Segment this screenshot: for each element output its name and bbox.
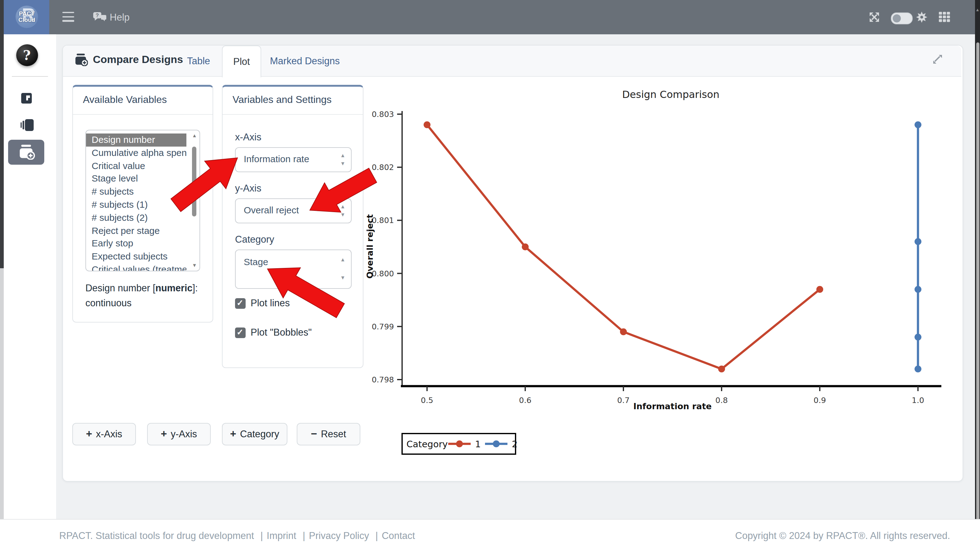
list-item[interactable]: Expected subjects: [86, 250, 186, 263]
plot-bobbles-checkbox[interactable]: [235, 327, 246, 338]
add-x-axis-button[interactable]: +x-Axis: [72, 423, 136, 445]
app-logo[interactable]: R PACT Cloud: [4, 0, 49, 35]
svg-text:0.803: 0.803: [372, 110, 394, 119]
question-avatar-icon[interactable]: ?: [16, 44, 38, 66]
svg-text:0.9: 0.9: [813, 396, 826, 405]
footer-link-privacy[interactable]: Privacy Policy: [309, 530, 369, 541]
spinner-down-icon[interactable]: ▼: [340, 212, 345, 218]
list-item[interactable]: Critical values (treatment effect scale): [86, 263, 186, 271]
left-edge-strip-lower: [0, 268, 4, 553]
y-axis-label: y-Axis: [235, 183, 261, 194]
app-page: R PACT Cloud ? Help: [0, 0, 980, 553]
tab-table[interactable]: Table: [187, 46, 210, 76]
sidebar-divider: [12, 76, 48, 77]
compare-designs-icon: [74, 54, 88, 66]
browser-scrollbar[interactable]: ▲ ▼: [975, 0, 980, 553]
plot-bobbles-row: Plot "Bobbles": [235, 327, 312, 338]
sidebar-item-designs[interactable]: [21, 93, 32, 104]
available-variables-title: Available Variables: [83, 94, 167, 105]
panel-divider: [73, 114, 213, 115]
svg-text:Design Comparison: Design Comparison: [622, 89, 719, 100]
sidebar-item-cards[interactable]: [21, 119, 33, 131]
menu-hamburger-icon[interactable]: [62, 12, 74, 22]
category-label: Category: [235, 234, 274, 245]
pact-cloud-logo-icon: R PACT Cloud: [16, 6, 38, 28]
plot-bobbles-label: Plot "Bobbles": [251, 327, 312, 338]
settings-sun-icon[interactable]: [916, 11, 928, 23]
spinner-up-icon[interactable]: ▲: [340, 153, 345, 158]
design-comparison-chart: Design Comparison0.8030.8020.8010.8000.7…: [367, 81, 959, 462]
svg-text:Information rate: Information rate: [633, 402, 712, 411]
theme-toggle-switch[interactable]: [891, 13, 913, 24]
spinner-up-icon[interactable]: ▲: [340, 257, 345, 263]
footer-left: RPACT. Statistical tools for drug develo…: [59, 530, 415, 542]
scroll-down-icon[interactable]: ▼: [191, 263, 197, 268]
fullscreen-arrows-icon[interactable]: [869, 12, 880, 22]
svg-text:1: 1: [475, 439, 480, 449]
scroll-up-icon[interactable]: ▲: [191, 133, 197, 139]
panel-divider: [223, 114, 363, 115]
list-item[interactable]: Design number: [86, 134, 186, 147]
svg-text:2: 2: [512, 439, 517, 449]
card-title-block: Compare Designs: [74, 54, 183, 66]
list-item[interactable]: Cumulative alpha spend: [86, 147, 186, 160]
plot-lines-checkbox[interactable]: [235, 298, 246, 309]
footer-link-contact[interactable]: Contact: [382, 530, 415, 541]
svg-text:1.0: 1.0: [912, 396, 924, 405]
variables-settings-title: Variables and Settings: [232, 94, 332, 105]
grid-table-icon[interactable]: [939, 12, 951, 22]
svg-text:0.8: 0.8: [715, 396, 728, 405]
logo-line2: Cloud: [18, 17, 35, 23]
footer-copyright: Copyright © 2024 by RPACT®. All rights r…: [735, 530, 950, 542]
x-axis-select[interactable]: Information rate ▲ ▼: [235, 147, 352, 172]
footer-brand: RPACT. Statistical tools for drug develo…: [59, 530, 254, 541]
listbox-scrollbar-thumb[interactable]: [192, 147, 196, 217]
listbox-scrollbar[interactable]: ▲ ▼: [191, 133, 197, 268]
variable-description: Design number [numeric]: continuous: [85, 281, 210, 310]
list-item[interactable]: Reject per stage: [86, 224, 186, 237]
svg-text:0.5: 0.5: [421, 396, 433, 405]
spinner-down-icon[interactable]: ▼: [340, 275, 345, 281]
help-chat-icon: ?: [93, 11, 107, 23]
variables-settings-panel: Variables and Settings x-Axis Informatio…: [222, 85, 363, 368]
svg-text:0.7: 0.7: [617, 396, 630, 405]
list-item[interactable]: # subjects (1): [86, 198, 186, 212]
svg-text:?: ?: [96, 12, 99, 18]
svg-text:0.802: 0.802: [372, 163, 394, 172]
scrollbar-thumb[interactable]: [976, 42, 979, 530]
tab-plot[interactable]: Plot: [222, 46, 261, 77]
scroll-up-icon[interactable]: ▲: [975, 8, 980, 13]
footer: RPACT. Statistical tools for drug develo…: [0, 519, 980, 553]
list-item[interactable]: Critical value: [86, 159, 186, 172]
help-button[interactable]: ? Help: [93, 11, 130, 24]
plot-lines-row: Plot lines: [235, 298, 290, 309]
list-item[interactable]: Early stop: [86, 237, 186, 250]
spinner-down-icon[interactable]: ▼: [340, 161, 345, 167]
category-select[interactable]: Stage ▲ ▼: [235, 250, 352, 289]
svg-text:0.798: 0.798: [372, 375, 394, 384]
plot-lines-label: Plot lines: [251, 298, 290, 309]
tab-marked-designs[interactable]: Marked Designs: [270, 46, 340, 76]
sidebar-item-compare-designs[interactable]: [8, 140, 44, 165]
svg-text:Category: Category: [406, 439, 448, 449]
svg-text:0.6: 0.6: [519, 396, 531, 405]
spinner-up-icon[interactable]: ▲: [340, 204, 345, 210]
toggle-knob: [893, 14, 901, 22]
reset-button[interactable]: −Reset: [297, 423, 360, 445]
x-axis-label: x-Axis: [235, 132, 261, 143]
list-item[interactable]: # subjects: [86, 185, 186, 198]
expand-card-icon[interactable]: [932, 54, 943, 64]
svg-text:0.800: 0.800: [372, 269, 394, 278]
add-y-axis-button[interactable]: +y-Axis: [147, 423, 211, 445]
svg-text:0.799: 0.799: [372, 322, 394, 331]
list-item[interactable]: Stage level: [86, 172, 186, 186]
page-title: Compare Designs: [93, 54, 183, 66]
y-axis-select[interactable]: Overall reject ▲ ▼: [235, 198, 352, 223]
available-variables-panel: Available Variables Design number Cumula…: [72, 85, 213, 322]
logo-line1: PACT: [19, 10, 35, 17]
footer-link-imprint[interactable]: Imprint: [267, 530, 296, 541]
add-category-button[interactable]: +Category: [222, 423, 287, 445]
variables-listbox[interactable]: Design number Cumulative alpha spend Cri…: [85, 130, 200, 271]
list-item[interactable]: # subjects (2): [86, 212, 186, 225]
left-edge-strip: [0, 0, 4, 268]
